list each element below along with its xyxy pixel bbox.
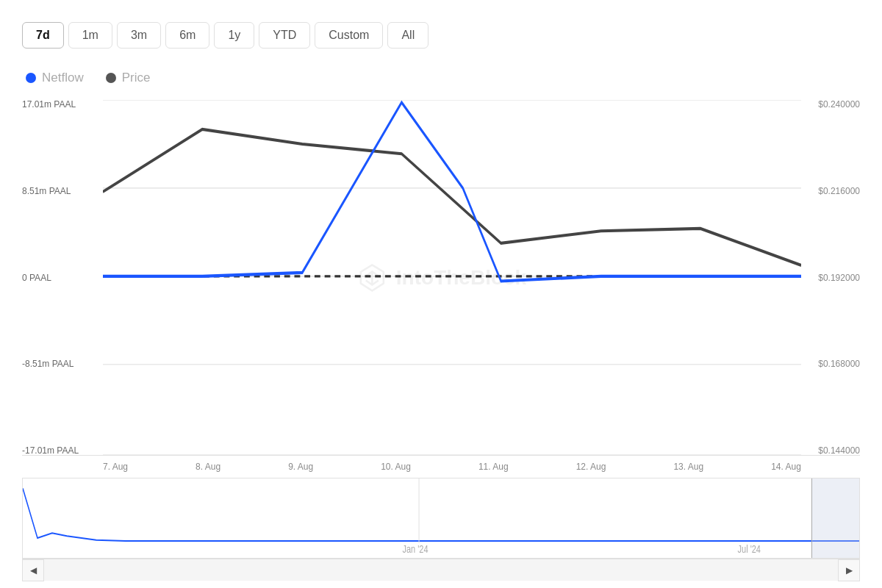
netflow-legend-item: Netflow — [26, 71, 84, 85]
time-btn-7d[interactable]: 7d — [22, 22, 64, 49]
y-label-right: $0.168000 — [818, 359, 860, 368]
y-label-left: -17.01m PAAL — [22, 446, 103, 455]
y-label-right: $0.192000 — [818, 273, 860, 282]
chart-legend: Netflow Price — [26, 71, 860, 85]
navigator-chart[interactable]: Jan '24 Jul '24 — [22, 478, 860, 559]
y-label-right: $0.216000 — [818, 187, 860, 196]
time-btn-1m[interactable]: 1m — [68, 22, 112, 49]
svg-text:Jul '24: Jul '24 — [738, 543, 761, 556]
time-btn-all[interactable]: All — [387, 22, 429, 49]
scroll-left-arrow[interactable]: ◀ — [22, 559, 44, 581]
y-label-right: $0.240000 — [818, 100, 860, 109]
y-label-left: 17.01m PAAL — [22, 100, 103, 109]
time-btn-custom[interactable]: Custom — [315, 22, 383, 49]
x-label: 9. Aug — [288, 462, 313, 472]
price-label: Price — [122, 71, 151, 85]
x-axis: 7. Aug8. Aug9. Aug10. Aug11. Aug12. Aug1… — [103, 456, 801, 478]
svg-text:Jan '24: Jan '24 — [403, 543, 429, 556]
scrollbar: ◀ ▶ — [22, 559, 860, 581]
y-label-left: -8.51m PAAL — [22, 359, 103, 368]
y-label-left: 0 PAAL — [22, 273, 103, 282]
x-label: 12. Aug — [576, 462, 606, 472]
y-axis-left: 17.01m PAAL8.51m PAAL0 PAAL-8.51m PAAL-1… — [22, 100, 103, 455]
price-legend-item: Price — [106, 71, 151, 85]
nav-selection-handle[interactable] — [811, 478, 859, 558]
x-label: 11. Aug — [478, 462, 509, 472]
time-btn-3m[interactable]: 3m — [117, 22, 161, 49]
x-label: 7. Aug — [103, 462, 128, 472]
scroll-track[interactable] — [44, 559, 838, 581]
scroll-right-arrow[interactable]: ▶ — [838, 559, 860, 581]
y-axis-right: $0.240000$0.216000$0.192000$0.168000$0.1… — [801, 100, 860, 455]
netflow-dot — [26, 73, 36, 83]
x-label: 8. Aug — [196, 462, 220, 472]
netflow-label: Netflow — [42, 71, 84, 85]
x-label: 14. Aug — [771, 462, 801, 472]
main-container: 7d1m3m6m1yYTDCustomAll Netflow Price Int… — [0, 0, 882, 588]
y-label-right: $0.144000 — [818, 446, 860, 455]
main-chart: IntoTheBlock 17.01m PAAL8.51m PAAL0 PAAL… — [22, 100, 860, 456]
time-range-selector: 7d1m3m6m1yYTDCustomAll — [22, 15, 860, 56]
time-btn-ytd[interactable]: YTD — [259, 22, 310, 49]
y-label-left: 8.51m PAAL — [22, 187, 103, 196]
x-label: 13. Aug — [673, 462, 703, 472]
time-btn-6m[interactable]: 6m — [165, 22, 209, 49]
x-label: 10. Aug — [381, 462, 411, 472]
price-dot — [106, 73, 116, 83]
time-btn-1y[interactable]: 1y — [214, 22, 254, 49]
